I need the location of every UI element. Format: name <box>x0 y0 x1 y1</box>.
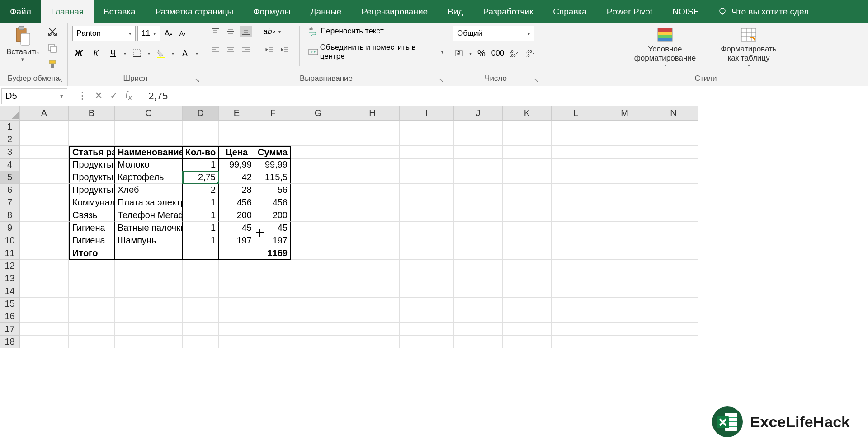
cell-H4[interactable] <box>345 159 400 171</box>
align-bottom-button[interactable] <box>240 26 252 37</box>
ribbon-tab-3[interactable]: Разметка страницы <box>146 0 243 23</box>
cell-J14[interactable] <box>454 285 503 298</box>
cell-K8[interactable] <box>503 209 552 222</box>
cell-K10[interactable] <box>503 234 552 247</box>
cell-A11[interactable] <box>20 247 69 260</box>
cell-K18[interactable] <box>503 336 552 348</box>
cell-M13[interactable] <box>600 272 649 285</box>
copy-button[interactable] <box>46 42 59 54</box>
cell-G17[interactable] <box>291 323 345 336</box>
ribbon-tab-0[interactable]: Файл <box>0 0 41 23</box>
cell-A15[interactable] <box>20 298 69 310</box>
cell-F4[interactable]: 99,99 <box>255 159 291 171</box>
cell-D9[interactable]: 1 <box>183 222 219 234</box>
cell-K13[interactable] <box>503 272 552 285</box>
cell-E18[interactable] <box>219 336 255 348</box>
cell-G2[interactable] <box>291 133 345 146</box>
cell-N1[interactable] <box>649 121 698 133</box>
cell-N18[interactable] <box>649 336 698 348</box>
cell-C5[interactable]: Картофель <box>115 171 183 184</box>
increase-font-button[interactable]: A▴ <box>162 28 175 39</box>
cell-H11[interactable] <box>345 247 400 260</box>
cell-J11[interactable] <box>454 247 503 260</box>
wrap-text-button[interactable]: ab Переносить текст <box>308 26 443 37</box>
orientation-button[interactable]: ab↗ <box>263 26 276 37</box>
cell-N5[interactable] <box>649 171 698 184</box>
font-size-input[interactable] <box>142 29 153 38</box>
col-header-I[interactable]: I <box>400 106 454 121</box>
cell-G10[interactable] <box>291 234 345 247</box>
cell-K6[interactable] <box>503 184 552 196</box>
cell-I3[interactable] <box>400 146 454 159</box>
cell-H15[interactable] <box>345 298 400 310</box>
col-header-G[interactable]: G <box>291 106 345 121</box>
col-header-B[interactable]: B <box>69 106 115 121</box>
cell-C12[interactable] <box>115 260 183 272</box>
cell-N10[interactable] <box>649 234 698 247</box>
cell-L1[interactable] <box>552 121 600 133</box>
cell-A1[interactable] <box>20 121 69 133</box>
cell-L7[interactable] <box>552 196 600 209</box>
decrease-font-button[interactable]: A▾ <box>176 28 189 39</box>
cell-E6[interactable]: 28 <box>219 184 255 196</box>
increase-indent-button[interactable] <box>278 44 291 56</box>
cell-H10[interactable] <box>345 234 400 247</box>
cell-M17[interactable] <box>600 323 649 336</box>
cell-I14[interactable] <box>400 285 454 298</box>
row-header-16[interactable]: 16 <box>0 310 20 323</box>
cell-N11[interactable] <box>649 247 698 260</box>
cell-A18[interactable] <box>20 336 69 348</box>
cell-E3[interactable]: Цена <box>219 146 255 159</box>
cell-A12[interactable] <box>20 260 69 272</box>
cell-F16[interactable] <box>255 310 291 323</box>
cell-D15[interactable] <box>183 298 219 310</box>
italic-button[interactable]: К <box>90 47 102 59</box>
fill-color-button[interactable] <box>155 47 167 59</box>
cell-M3[interactable] <box>600 146 649 159</box>
font-name-input[interactable] <box>76 29 129 38</box>
cell-J7[interactable] <box>454 196 503 209</box>
cell-H5[interactable] <box>345 171 400 184</box>
cell-A10[interactable] <box>20 234 69 247</box>
font-color-button[interactable]: А <box>179 47 191 59</box>
col-header-C[interactable]: C <box>115 106 183 121</box>
cell-G8[interactable] <box>291 209 345 222</box>
ribbon-tab-2[interactable]: Вставка <box>94 0 146 23</box>
cell-N13[interactable] <box>649 272 698 285</box>
cell-M5[interactable] <box>600 171 649 184</box>
cell-M14[interactable] <box>600 285 649 298</box>
cell-E17[interactable] <box>219 323 255 336</box>
cell-I5[interactable] <box>400 171 454 184</box>
cell-L18[interactable] <box>552 336 600 348</box>
ribbon-tab-6[interactable]: Рецензирование <box>351 0 438 23</box>
merge-center-button[interactable]: Объединить и поместить в центре ▾ <box>308 43 443 61</box>
cell-B11[interactable]: Итого <box>69 247 115 260</box>
cell-D1[interactable] <box>183 121 219 133</box>
ribbon-tab-4[interactable]: Формулы <box>243 0 301 23</box>
align-right-button[interactable] <box>240 44 252 56</box>
row-header-6[interactable]: 6 <box>0 184 20 196</box>
conditional-format-button[interactable]: Условное форматирование ▾ <box>629 26 701 69</box>
cell-N7[interactable] <box>649 196 698 209</box>
accounting-format-button[interactable]: ₽ <box>453 47 466 59</box>
row-header-1[interactable]: 1 <box>0 121 20 133</box>
cell-E12[interactable] <box>219 260 255 272</box>
cell-D17[interactable] <box>183 323 219 336</box>
cell-E7[interactable]: 456 <box>219 196 255 209</box>
cell-B9[interactable]: Гигиена <box>69 222 115 234</box>
cell-C16[interactable] <box>115 310 183 323</box>
cell-J4[interactable] <box>454 159 503 171</box>
cell-B7[interactable]: Коммуналь <box>69 196 115 209</box>
cell-K9[interactable] <box>503 222 552 234</box>
cell-I15[interactable] <box>400 298 454 310</box>
font-name-combo[interactable]: ▾ <box>72 26 136 41</box>
cell-H7[interactable] <box>345 196 400 209</box>
cell-L13[interactable] <box>552 272 600 285</box>
cell-B1[interactable] <box>69 121 115 133</box>
cell-I6[interactable] <box>400 184 454 196</box>
row-header-18[interactable]: 18 <box>0 336 20 348</box>
row-header-11[interactable]: 11 <box>0 247 20 260</box>
tell-me[interactable]: Что вы хотите сдел <box>718 7 809 17</box>
cell-N16[interactable] <box>649 310 698 323</box>
cell-B17[interactable] <box>69 323 115 336</box>
